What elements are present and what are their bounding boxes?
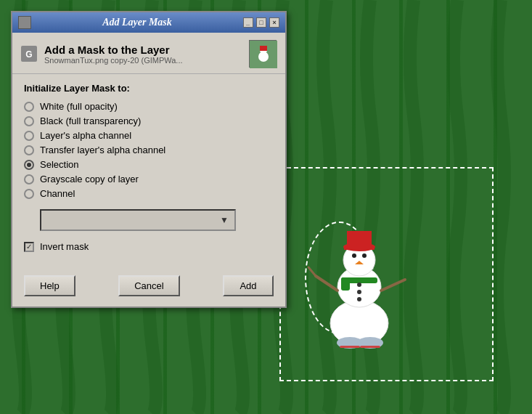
close-button[interactable]: × [269, 17, 279, 28]
radio-black[interactable]: Black (full transparency) [24, 115, 274, 126]
dialog-footer: Help Cancel Add [12, 272, 285, 307]
help-button[interactable]: Help [24, 275, 75, 296]
radio-channel[interactable]: Channel [24, 188, 274, 199]
svg-rect-6 [344, 245, 375, 250]
gimp-icon: G [21, 46, 37, 62]
titlebar-icon [18, 16, 31, 29]
dialog-subtitle: SnowmanTux.png copy-20 (GIMPWa... [44, 56, 242, 65]
svg-rect-21 [360, 346, 380, 348]
layer-thumbnail [249, 40, 277, 68]
svg-point-14 [357, 297, 361, 301]
radio-white[interactable]: White (full opacity) [24, 101, 274, 112]
dialog-title: Add Layer Mask [31, 17, 243, 28]
radio-grayscale[interactable]: Grayscale copy of layer [24, 174, 274, 184]
radio-selection-circle [24, 160, 34, 170]
minimize-button[interactable]: _ [243, 17, 253, 28]
radio-black-circle [24, 116, 34, 126]
radio-alpha-label: Layer's alpha channel [40, 130, 131, 141]
radio-transfer-label: Transfer layer's alpha channel [40, 145, 165, 155]
svg-text:G: G [25, 49, 32, 60]
radio-white-label: White (full opacity) [40, 101, 118, 112]
svg-point-9 [352, 253, 356, 258]
radio-grayscale-circle [24, 174, 34, 184]
channel-dropdown[interactable]: ▼ [40, 209, 236, 231]
invert-mask-row: Invert mask [24, 241, 274, 252]
add-layer-mask-dialog: Add Layer Mask _ □ × G Add a Mask to the… [11, 11, 287, 308]
invert-mask-checkbox[interactable] [24, 242, 34, 252]
svg-point-12 [357, 283, 361, 287]
radio-alpha[interactable]: Layer's alpha channel [24, 130, 274, 141]
dialog-main-title: Add a Mask to the Layer [44, 44, 242, 56]
dialog-header: G Add a Mask to the Layer SnowmanTux.png… [12, 33, 285, 74]
svg-point-10 [362, 253, 367, 258]
radio-selection-label: Selection [40, 159, 78, 170]
section-label: Initialize Layer Mask to: [24, 83, 274, 94]
invert-mask-label: Invert mask [40, 241, 89, 252]
svg-point-13 [357, 290, 361, 294]
radio-alpha-circle [24, 131, 34, 141]
maximize-button[interactable]: □ [256, 17, 266, 28]
add-button[interactable]: Add [223, 275, 274, 296]
svg-rect-8 [341, 277, 350, 291]
radio-grayscale-label: Grayscale copy of layer [40, 174, 139, 184]
dialog-content: Initialize Layer Mask to: White (full op… [12, 74, 285, 272]
svg-rect-27 [260, 46, 267, 51]
svg-rect-20 [340, 346, 360, 348]
dialog-title-area: Add a Mask to the Layer SnowmanTux.png c… [44, 44, 242, 65]
radio-group: White (full opacity) Black (full transpa… [24, 101, 274, 199]
svg-line-15 [316, 276, 337, 291]
radio-black-label: Black (full transparency) [40, 115, 141, 126]
svg-line-16 [308, 267, 316, 276]
radio-white-circle [24, 102, 34, 112]
svg-line-17 [381, 280, 405, 291]
radio-transfer-circle [24, 145, 34, 155]
titlebar-buttons: _ □ × [243, 17, 279, 28]
dialog-titlebar: Add Layer Mask _ □ × [12, 12, 285, 33]
radio-channel-label: Channel [40, 188, 75, 199]
radio-selection[interactable]: Selection [24, 159, 274, 170]
snowman-image [298, 203, 421, 349]
dropdown-arrow-icon: ▼ [220, 215, 229, 225]
cancel-button[interactable]: Cancel [118, 275, 179, 296]
radio-transfer[interactable]: Transfer layer's alpha channel [24, 145, 274, 155]
radio-channel-circle [24, 189, 34, 199]
